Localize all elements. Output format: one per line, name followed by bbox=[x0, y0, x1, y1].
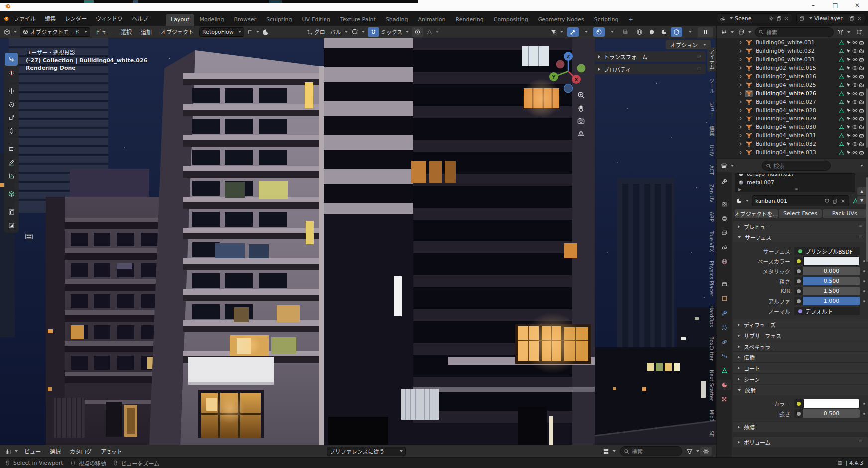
selectable-icon[interactable] bbox=[846, 74, 851, 79]
editor-type-button[interactable] bbox=[3, 27, 18, 37]
expand-icon[interactable] bbox=[738, 133, 743, 138]
grip-icon[interactable] bbox=[858, 224, 863, 229]
render-visibility-icon[interactable] bbox=[859, 65, 864, 71]
render-visibility-icon[interactable] bbox=[859, 116, 864, 121]
properties-scrollbar[interactable] bbox=[866, 177, 868, 262]
render-visibility-icon[interactable] bbox=[859, 91, 864, 96]
show-gizmo-toggle[interactable] bbox=[567, 27, 579, 37]
ptab-physics[interactable] bbox=[718, 337, 730, 347]
expand-icon[interactable] bbox=[738, 82, 743, 88]
expand-icon[interactable] bbox=[738, 91, 743, 96]
sidebar-tab-se[interactable]: SE bbox=[708, 429, 715, 439]
gizmo-dropdown[interactable] bbox=[579, 27, 591, 37]
emission-color-socket[interactable] bbox=[794, 399, 803, 408]
asset-menu-select[interactable]: 選択 bbox=[46, 447, 64, 455]
tool-cursor[interactable] bbox=[5, 66, 18, 79]
asset-search-input[interactable]: 検索 bbox=[620, 446, 682, 456]
asset-menu-catalog[interactable]: カタログ bbox=[66, 447, 95, 455]
expand-icon[interactable] bbox=[738, 124, 743, 130]
tab-texture-paint[interactable]: Texture Paint bbox=[335, 14, 381, 26]
ptab-material[interactable] bbox=[717, 380, 731, 390]
alpha-slider[interactable]: 1.000 bbox=[803, 297, 860, 305]
outliner-row[interactable]: Buillding02_white.016 bbox=[717, 72, 868, 81]
outliner-row[interactable]: Buillding04_white.025 bbox=[717, 81, 868, 89]
ptab-object[interactable] bbox=[718, 293, 730, 303]
normal-input-button[interactable]: デフォルト bbox=[794, 307, 860, 315]
ptab-collection[interactable] bbox=[718, 279, 730, 289]
expand-icon[interactable] bbox=[738, 74, 743, 79]
selectable-icon[interactable] bbox=[846, 65, 851, 71]
hide-icon[interactable] bbox=[852, 48, 858, 54]
viewlayer-selector[interactable]: ViewLayer bbox=[796, 13, 865, 23]
expand-icon[interactable] bbox=[738, 108, 743, 113]
remove-viewlayer-icon[interactable] bbox=[857, 16, 862, 21]
surface-panel-header[interactable]: サーフェス bbox=[733, 232, 868, 242]
animate-dot[interactable] bbox=[863, 300, 865, 302]
selectable-icon[interactable] bbox=[846, 91, 851, 96]
pan-hand-icon[interactable] bbox=[577, 104, 585, 112]
outliner-scene-dropdown[interactable] bbox=[737, 27, 752, 37]
surface-shader-button[interactable]: プリンシプルBSDF bbox=[794, 247, 860, 255]
camera-view-icon[interactable] bbox=[577, 117, 585, 125]
selectable-icon[interactable] bbox=[846, 99, 851, 105]
metallic-socket[interactable] bbox=[794, 267, 803, 275]
asset-menu-asset[interactable]: アセット bbox=[97, 447, 126, 455]
tab-geometry-nodes[interactable]: Geometry Nodes bbox=[533, 14, 589, 26]
grip-icon[interactable] bbox=[794, 187, 799, 192]
expand-icon[interactable] bbox=[738, 40, 743, 45]
render-visibility-icon[interactable] bbox=[859, 57, 864, 62]
maximize-button[interactable]: □ bbox=[824, 0, 846, 11]
import-method-dropdown[interactable]: プリファレンスに従う bbox=[327, 447, 406, 456]
render-visibility-icon[interactable] bbox=[859, 74, 864, 79]
ptab-output[interactable] bbox=[718, 213, 730, 223]
roughness-slider[interactable]: 0.500 bbox=[803, 277, 860, 285]
hide-icon[interactable] bbox=[852, 124, 858, 130]
ptab-texture[interactable] bbox=[718, 394, 730, 404]
outliner-row[interactable]: Buillding04_white.029 bbox=[717, 115, 868, 123]
outliner-row[interactable]: Buillding04_white.030 bbox=[717, 123, 868, 131]
sidebar-tab-physics-placer[interactable]: Physics Placer bbox=[708, 259, 715, 298]
selectable-icon[interactable] bbox=[846, 150, 851, 155]
menu-edit[interactable]: 編集 bbox=[40, 14, 60, 22]
selectable-icon[interactable] bbox=[846, 108, 851, 113]
diffuse-panel-header[interactable]: ディフューズ bbox=[733, 319, 868, 330]
assign-object-button[interactable]: オブジェクトを... bbox=[735, 209, 778, 218]
menu-file[interactable]: ファイル bbox=[9, 14, 40, 22]
ptab-world[interactable] bbox=[718, 256, 730, 266]
properties-search-input[interactable]: 検索 bbox=[762, 161, 831, 171]
tab-animation[interactable]: Animation bbox=[413, 14, 450, 26]
tab-compositing[interactable]: Compositing bbox=[489, 14, 533, 26]
fake-user-shield-icon[interactable] bbox=[824, 198, 830, 204]
sidebar-tab-next-scatter[interactable]: Next Scatter bbox=[708, 368, 715, 403]
hide-icon[interactable] bbox=[852, 82, 858, 88]
tool-tweak[interactable] bbox=[5, 53, 18, 66]
animate-dot[interactable] bbox=[863, 260, 865, 262]
grip-icon[interactable] bbox=[696, 54, 702, 59]
menu-render[interactable]: レンダー bbox=[60, 14, 91, 22]
xray-toggle[interactable] bbox=[620, 27, 631, 37]
tool-corner-a[interactable] bbox=[5, 205, 18, 218]
sidebar-tab-edit[interactable]: 編集 bbox=[707, 124, 716, 138]
animate-dot[interactable] bbox=[863, 413, 865, 415]
selectable-icon[interactable] bbox=[846, 82, 851, 88]
emission-strength-slider[interactable]: 0.500 bbox=[803, 409, 860, 418]
render-visibility-icon[interactable] bbox=[859, 40, 864, 45]
metallic-slider[interactable]: 0.000 bbox=[803, 267, 860, 275]
outliner-row[interactable]: Buillding04_white.033 bbox=[717, 148, 868, 157]
tab-modeling[interactable]: Modeling bbox=[194, 14, 229, 26]
menu-select[interactable]: 選択 bbox=[117, 28, 135, 36]
expand-icon[interactable] bbox=[738, 99, 743, 105]
snap-with-dropdown[interactable]: ミックス bbox=[380, 27, 410, 37]
outliner-row[interactable]: Buillding02_white.015 bbox=[717, 64, 868, 72]
outliner-row[interactable]: Buillding04_white.027 bbox=[717, 98, 868, 106]
unlink-scene-icon[interactable] bbox=[784, 16, 789, 21]
new-viewlayer-icon[interactable] bbox=[849, 16, 855, 21]
tab-shading[interactable]: Shading bbox=[381, 14, 413, 26]
tool-annotate-pen[interactable] bbox=[5, 156, 18, 169]
subsurface-panel-header[interactable]: サブサーフェス bbox=[733, 330, 868, 341]
transform-orientation-dropdown[interactable]: グローバル bbox=[306, 27, 349, 37]
pause-render-button[interactable] bbox=[698, 27, 713, 37]
ptab-render[interactable] bbox=[718, 199, 730, 209]
viewport-3d[interactable]: ユーザー・透視投影 (-27) Collection | Buillding04… bbox=[0, 38, 716, 445]
outliner-row-selected[interactable]: Buillding04_white.026 bbox=[717, 89, 868, 98]
